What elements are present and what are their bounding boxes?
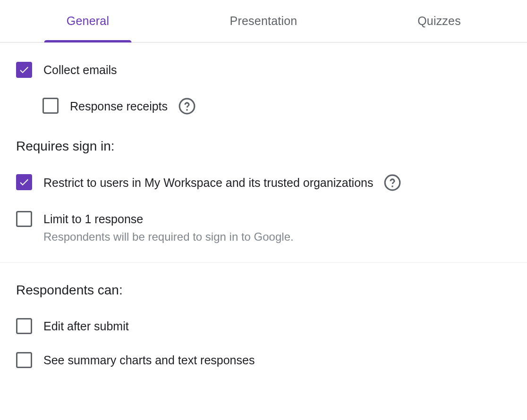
help-icon-restrict-users[interactable]: [383, 174, 401, 192]
option-collect-emails: Collect emails: [16, 61, 511, 78]
checkbox-response-receipts[interactable]: [42, 98, 59, 114]
question-circle-icon: [178, 97, 196, 115]
label-restrict-users: Restrict to users in My Workspace and it…: [43, 174, 373, 191]
section-divider: [0, 262, 527, 263]
settings-content: Collect emails Response receipts Require…: [0, 42, 527, 369]
help-icon-response-receipts[interactable]: [178, 97, 196, 115]
checkbox-restrict-users[interactable]: [16, 174, 32, 190]
label-response-receipts: Response receipts: [70, 98, 168, 115]
section-respondents-can: Respondents can:: [16, 283, 511, 298]
checkbox-see-summary[interactable]: [16, 352, 32, 368]
tab-presentation[interactable]: Presentation: [176, 0, 351, 42]
question-circle-icon: [383, 174, 401, 192]
option-see-summary: See summary charts and text responses: [16, 352, 511, 369]
label-see-summary: See summary charts and text responses: [43, 352, 255, 369]
label-limit-response: Limit to 1 response: [43, 210, 143, 227]
checkbox-edit-after-submit[interactable]: [16, 318, 32, 334]
checkbox-collect-emails[interactable]: [16, 62, 32, 78]
tab-quizzes[interactable]: Quizzes: [351, 0, 527, 42]
sublabel-limit-response: Respondents will be required to sign in …: [43, 229, 294, 244]
option-restrict-users: Restrict to users in My Workspace and it…: [16, 174, 511, 192]
checkmark-icon: [18, 64, 30, 76]
label-edit-after-submit: Edit after submit: [43, 318, 129, 335]
checkmark-icon: [18, 176, 30, 188]
label-collect-emails: Collect emails: [43, 61, 117, 78]
option-edit-after-submit: Edit after submit: [16, 318, 511, 335]
settings-tabs: General Presentation Quizzes: [0, 0, 527, 42]
tab-general[interactable]: General: [0, 0, 176, 42]
section-requires-signin: Requires sign in:: [16, 139, 511, 154]
option-response-receipts: Response receipts: [16, 97, 511, 115]
checkbox-limit-response[interactable]: [16, 211, 32, 227]
option-limit-response: Limit to 1 response Respondents will be …: [16, 210, 511, 244]
